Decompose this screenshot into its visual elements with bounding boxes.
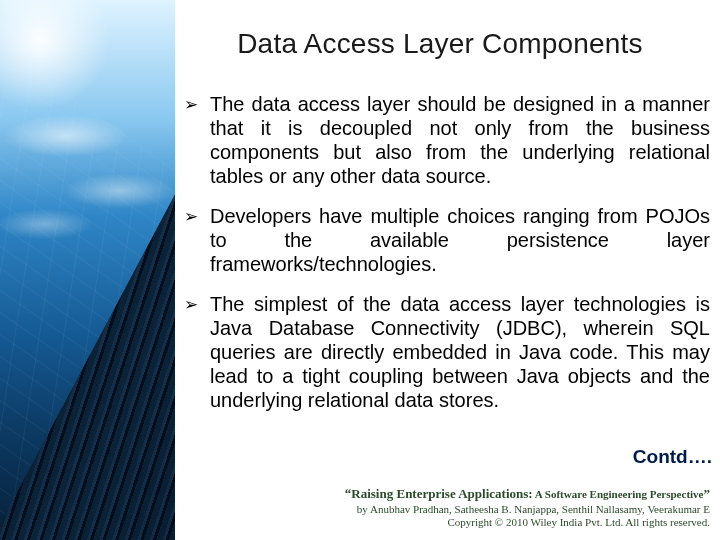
bullet-text: The data access layer should be designed… (210, 92, 710, 188)
arrow-icon: ➢ (182, 93, 200, 117)
footer-book-title: “Raising Enterprise Applications: A Soft… (200, 486, 710, 502)
quote-close: ” (704, 486, 711, 501)
book-subtitle: A Software Engineering Perspective (533, 488, 704, 500)
decorative-band (0, 0, 175, 540)
slide: Data Access Layer Components ➢ The data … (0, 0, 720, 540)
footer-copyright: Copyright © 2010 Wiley India Pvt. Ltd. A… (200, 516, 710, 530)
list-item: ➢ Developers have multiple choices rangi… (182, 204, 710, 276)
arrow-icon: ➢ (182, 293, 200, 317)
slide-title: Data Access Layer Components (200, 28, 680, 60)
list-item: ➢ The simplest of the data access layer … (182, 292, 710, 412)
bullet-text: Developers have multiple choices ranging… (210, 204, 710, 276)
footer: “Raising Enterprise Applications: A Soft… (200, 486, 710, 530)
bullet-text: The simplest of the data access layer te… (210, 292, 710, 412)
book-main: Raising Enterprise Applications: (351, 486, 532, 501)
footer-authors: by Anubhav Pradhan, Satheesha B. Nanjapp… (200, 503, 710, 517)
arrow-icon: ➢ (182, 205, 200, 229)
list-item: ➢ The data access layer should be design… (182, 92, 710, 188)
continued-label: Contd…. (633, 446, 712, 468)
bullet-list: ➢ The data access layer should be design… (182, 92, 710, 428)
